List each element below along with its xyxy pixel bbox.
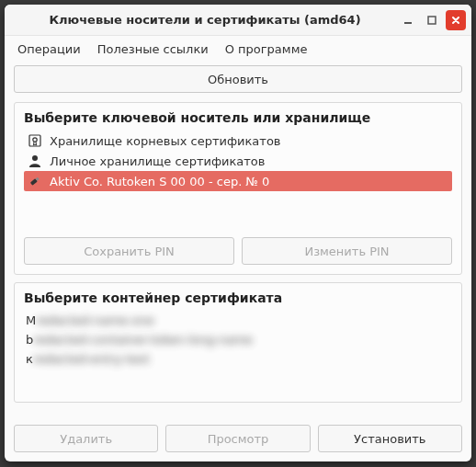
svg-rect-1 xyxy=(428,17,436,24)
maximize-button[interactable] xyxy=(422,10,442,30)
menu-about[interactable]: О программе xyxy=(225,42,308,56)
app-window: Ключевые носители и сертификаты (amd64) … xyxy=(5,5,471,461)
refresh-button[interactable]: Обновить xyxy=(14,65,462,93)
save-pin-label: Сохранить PIN xyxy=(84,245,175,258)
user-icon xyxy=(28,154,42,168)
svg-rect-0 xyxy=(404,22,412,24)
storage-item-label: Хранилище корневых сертификатов xyxy=(50,134,281,148)
install-button-label: Установить xyxy=(354,432,425,446)
window-title: Ключевые носители и сертификаты (amd64) xyxy=(16,13,394,27)
menu-useful-links[interactable]: Полезные ссылки xyxy=(97,42,209,56)
close-button[interactable] xyxy=(446,10,466,30)
pin-button-row: Сохранить PIN Изменить PIN xyxy=(24,237,452,265)
close-icon xyxy=(451,16,460,25)
delete-button-label: Удалить xyxy=(60,432,112,446)
delete-button[interactable]: Удалить xyxy=(14,425,158,452)
storage-item-label: Aktiv Co. Rutoken S 00 00 - сер. № 0 xyxy=(50,175,269,188)
cert-redacted: redacted-name-one xyxy=(36,313,153,327)
view-button[interactable]: Просмотр xyxy=(165,425,310,452)
cert-container-row[interactable]: bredacted-container-token-long-name xyxy=(24,330,452,349)
storage-panel: Выберите ключевой носитель или хранилище… xyxy=(14,102,462,275)
svg-point-4 xyxy=(32,155,38,161)
menu-operations[interactable]: Операции xyxy=(17,42,81,56)
storage-item-personal[interactable]: Личное хранилище сертификатов xyxy=(24,151,452,171)
container-panel: Выберите контейнер сертификата Mredacted… xyxy=(14,282,462,403)
cert-redacted: redacted-container-token-long-name xyxy=(33,333,253,347)
cert-redacted: redacted-entry-text xyxy=(33,352,150,366)
cert-prefix: M xyxy=(26,313,36,327)
storage-item-label: Личное хранилище сертификатов xyxy=(50,154,265,168)
cert-container-row[interactable]: Mredacted-name-one xyxy=(24,311,452,330)
storage-item-rutoken[interactable]: Aktiv Co. Rutoken S 00 00 - сер. № 0 xyxy=(24,171,452,191)
minimize-button[interactable] xyxy=(398,10,418,30)
container-panel-title: Выберите контейнер сертификата xyxy=(24,290,452,305)
maximize-icon xyxy=(427,16,436,25)
storage-item-root[interactable]: Хранилище корневых сертификатов xyxy=(24,131,452,151)
minimize-icon xyxy=(403,16,413,25)
usb-token-icon xyxy=(28,174,42,188)
view-button-label: Просмотр xyxy=(208,432,269,446)
bottom-button-row: Удалить Просмотр Установить xyxy=(5,419,471,461)
refresh-button-label: Обновить xyxy=(208,73,268,86)
cert-container-row[interactable]: кredacted-entry-text xyxy=(24,349,452,369)
storage-panel-title: Выберите ключевой носитель или хранилище xyxy=(24,110,452,125)
titlebar: Ключевые носители и сертификаты (amd64) xyxy=(5,5,471,36)
change-pin-button[interactable]: Изменить PIN xyxy=(242,237,452,265)
svg-point-3 xyxy=(33,138,37,142)
content-area: Обновить Выберите ключевой носитель или … xyxy=(5,62,471,419)
install-button[interactable]: Установить xyxy=(318,425,462,452)
certificate-store-icon xyxy=(28,133,42,148)
save-pin-button[interactable]: Сохранить PIN xyxy=(24,237,234,265)
cert-prefix: b xyxy=(26,333,33,347)
menubar: Операции Полезные ссылки О программе xyxy=(5,36,471,62)
cert-prefix: к xyxy=(26,352,33,366)
change-pin-label: Изменить PIN xyxy=(304,245,389,258)
